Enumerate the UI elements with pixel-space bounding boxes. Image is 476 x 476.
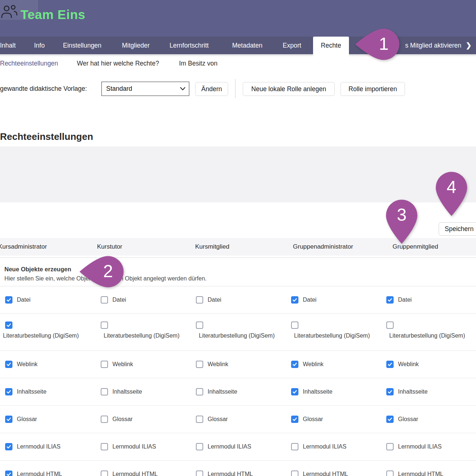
checkbox-weblink-gruppenmitglied[interactable]	[386, 361, 394, 368]
checkbox-glossar-kursadministrator[interactable]	[5, 416, 12, 423]
checkbox-label: Literaturbestellung (DigiSem)	[199, 331, 275, 340]
checkbox-label: Lernmodul ILIAS	[208, 442, 251, 451]
checkbox-literaturbestellung-digisem-kursadministrator[interactable]	[5, 321, 12, 329]
checkbox-label: Glossar	[112, 415, 133, 424]
permission-row-lernmodul-html: Lernmodul HTMLLernmodul HTMLLernmodul HT…	[0, 461, 476, 476]
checkbox-label: Glossar	[208, 415, 228, 424]
checkbox-label: Weblink	[112, 360, 133, 369]
tab-metadaten[interactable]: Metadaten	[232, 37, 263, 54]
tab-mitglieder[interactable]: Mitglieder	[122, 37, 150, 54]
checkbox-label: Datei	[112, 295, 126, 304]
permission-row-lernmodul-ilias: Lernmodul ILIASLernmodul ILIASLernmodul …	[0, 433, 476, 461]
checkbox-lernmodul-html-kursmitglied[interactable]	[196, 471, 203, 476]
checkbox-lernmodul-ilias-kursadministrator[interactable]	[5, 443, 12, 450]
checkbox-inhaltsseite-kursmitglied[interactable]	[196, 388, 203, 395]
subtab-rechteeinstellungen[interactable]: Rechteeinstellungen	[0, 55, 58, 72]
checkbox-lernmodul-html-kurstutor[interactable]	[101, 471, 108, 476]
checkbox-label: Inhaltsseite	[17, 387, 47, 396]
checkbox-label: Weblink	[208, 360, 228, 369]
checkbox-weblink-kurstutor[interactable]	[101, 361, 108, 368]
checkbox-label: Lernmodul HTML	[398, 470, 443, 476]
checkbox-label: Literaturbestellung (DigiSem)	[104, 331, 179, 340]
checkbox-datei-kurstutor[interactable]	[101, 296, 108, 304]
tab-info[interactable]: Info	[34, 37, 45, 54]
checkbox-label: Glossar	[303, 415, 323, 424]
checkbox-label: Inhaltsseite	[398, 387, 428, 396]
checkbox-inhaltsseite-gruppenmitglied[interactable]	[386, 388, 394, 395]
checkbox-glossar-gruppenadministrator[interactable]	[291, 416, 298, 423]
checkbox-label: Weblink	[303, 360, 324, 369]
checkbox-label: Inhaltsseite	[208, 387, 237, 396]
tab-rechte[interactable]: Rechte	[313, 37, 349, 57]
checkbox-lernmodul-html-gruppenadministrator[interactable]	[291, 471, 298, 476]
tab-bar: s Mitglied aktivieren ❯ InhaltInfoEinste…	[0, 37, 476, 54]
permission-row-inhaltsseite: InhaltsseiteInhaltsseiteInhaltsseiteInha…	[0, 378, 476, 406]
checkbox-literaturbestellung-digisem-kurstutor[interactable]	[101, 321, 108, 329]
checkbox-lernmodul-html-gruppenmitglied[interactable]	[386, 471, 394, 476]
checkbox-label: Datei	[208, 295, 221, 304]
permission-row-datei: DateiDateiDateiDateiDatei	[0, 287, 476, 314]
checkbox-label: Inhaltsseite	[112, 387, 142, 396]
create-objects-section-header: Neue Objekte erzeugen Hier stellen Sie e…	[0, 257, 476, 286]
checkbox-inhaltsseite-kurstutor[interactable]	[101, 388, 108, 395]
subtab-wer-hat-hier-welche-rechte[interactable]: Wer hat hier welche Rechte?	[77, 55, 159, 72]
permission-row-glossar: GlossarGlossarGlossarGlossarGlossar	[0, 406, 476, 433]
tab-inhalt[interactable]: Inhalt	[0, 37, 16, 54]
checkbox-datei-gruppenadministrator[interactable]	[291, 296, 298, 304]
didactic-template-label: gewandte didaktische Vorlage:	[0, 81, 87, 96]
checkbox-label: Lernmodul ILIAS	[112, 442, 156, 451]
column-header-gruppenadministrator: Gruppenadministrator	[293, 238, 353, 256]
import-role-button[interactable]: Rolle importieren	[341, 82, 405, 96]
chevron-right-icon: ❯	[466, 37, 472, 54]
checkbox-label: Datei	[303, 295, 316, 304]
checkbox-glossar-kurstutor[interactable]	[101, 416, 108, 423]
new-local-role-button[interactable]: Neue lokale Rolle anlegen	[243, 82, 335, 96]
checkbox-glossar-kursmitglied[interactable]	[196, 416, 203, 423]
checkbox-label: Lernmodul ILIAS	[303, 442, 346, 451]
checkbox-label: Lernmodul HTML	[17, 470, 62, 476]
checkbox-literaturbestellung-digisem-gruppenmitglied[interactable]	[386, 321, 394, 329]
checkbox-datei-gruppenmitglied[interactable]	[386, 296, 394, 304]
checkbox-label: Literaturbestellung (DigiSem)	[389, 331, 465, 340]
didactic-template-select[interactable]: Standard	[101, 82, 189, 96]
checkbox-weblink-kursmitglied[interactable]	[196, 361, 203, 368]
checkbox-lernmodul-ilias-gruppenadministrator[interactable]	[291, 443, 298, 450]
checkbox-label: Lernmodul HTML	[208, 470, 253, 476]
checkbox-lernmodul-ilias-kurstutor[interactable]	[101, 443, 108, 450]
checkbox-label: Glossar	[17, 415, 37, 424]
checkbox-inhaltsseite-gruppenadministrator[interactable]	[291, 388, 298, 395]
checkbox-lernmodul-ilias-gruppenmitglied[interactable]	[386, 443, 394, 450]
checkbox-label: Datei	[17, 295, 30, 304]
checkbox-lernmodul-ilias-kursmitglied[interactable]	[196, 443, 203, 450]
tab-export[interactable]: Export	[283, 37, 301, 54]
checkbox-weblink-gruppenadministrator[interactable]	[291, 361, 298, 368]
tab-overflow-activate-member[interactable]: s Mitglied aktivieren ❯	[405, 37, 472, 54]
checkbox-weblink-kursadministrator[interactable]	[5, 361, 12, 368]
change-button[interactable]: Ändern	[195, 82, 228, 96]
checkbox-datei-kursadministrator[interactable]	[5, 296, 12, 304]
checkbox-datei-kursmitglied[interactable]	[196, 296, 203, 304]
checkbox-literaturbestellung-digisem-kursmitglied[interactable]	[196, 321, 203, 329]
checkbox-literaturbestellung-digisem-gruppenadministrator[interactable]	[291, 321, 298, 329]
checkbox-label: Lernmodul HTML	[112, 470, 158, 476]
checkbox-glossar-gruppenmitglied[interactable]	[386, 416, 394, 423]
page-title: Team Eins	[21, 7, 85, 22]
ilias-permissions-screen: Team Eins s Mitglied aktivieren ❯ Inhalt…	[0, 0, 476, 476]
checkbox-label: Literaturbestellung (DigiSem)	[294, 331, 370, 340]
chevron-down-icon	[180, 87, 185, 90]
save-button[interactable]: Speichern	[439, 222, 476, 236]
checkbox-label: Lernmodul HTML	[303, 470, 348, 476]
checkbox-label: Lernmodul ILIAS	[17, 442, 60, 451]
tab-lernfortschritt[interactable]: Lernfortschritt	[170, 37, 209, 54]
column-header-gruppenmitglied: Gruppenmitglied	[393, 238, 438, 256]
checkbox-label: Datei	[398, 295, 412, 304]
tab-overflow-label: s Mitglied aktivieren	[405, 37, 461, 54]
section-title: Rechteeinstellungen	[0, 131, 93, 142]
checkbox-label: Literaturbestellung (DigiSem)	[3, 331, 79, 340]
tab-einstellungen[interactable]: Einstellungen	[63, 37, 101, 54]
column-header-kursadministrator: Kursadministrator	[0, 238, 47, 256]
subtab-im-besitz-von[interactable]: Im Besitz von	[179, 55, 217, 72]
checkbox-lernmodul-html-kursadministrator[interactable]	[5, 471, 12, 476]
didactic-template-select-value: Standard	[106, 85, 132, 93]
checkbox-inhaltsseite-kursadministrator[interactable]	[5, 388, 12, 395]
